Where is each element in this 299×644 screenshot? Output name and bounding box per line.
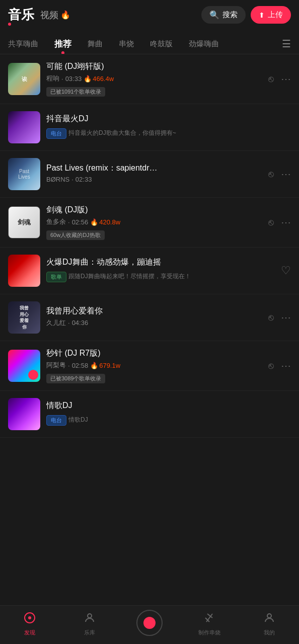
- song-meta: 歌单 跟随DJ舞曲嗨起来吧！尽情摇摆，享受现在！: [46, 270, 275, 282]
- tab-dance[interactable]: 舞曲: [80, 35, 111, 53]
- song-title[interactable]: 剑魂 (DJ版): [46, 205, 262, 215]
- nav-item-discover[interactable]: 发现: [0, 612, 60, 636]
- station-badge: 电台: [46, 128, 66, 139]
- list-item: 秒针 (DJ R7版) 阿梨粤 · 02:58 🔥 679.1w 已被3089个…: [0, 341, 299, 391]
- header: 音乐 视频 🔥 🔍 搜索 ⬆ 上传: [0, 0, 299, 30]
- like-icon[interactable]: ♡: [281, 264, 291, 277]
- song-title[interactable]: 情歌DJ: [46, 400, 291, 411]
- tab-share[interactable]: 共享嗨曲: [0, 35, 46, 53]
- list-item: 情歌DJ 电台 情歌DJ: [0, 391, 299, 438]
- tab-boom[interactable]: 劲爆嗨曲: [181, 35, 227, 53]
- mine-icon: [263, 612, 275, 627]
- header-right: 🔍 搜索 ⬆ 上传: [201, 6, 291, 24]
- more-icon[interactable]: ⋯: [281, 216, 291, 228]
- tab-mashup[interactable]: 串烧: [111, 35, 142, 53]
- nav-item-make[interactable]: 制作串烧: [179, 612, 239, 636]
- upload-button[interactable]: ⬆ 上传: [251, 6, 291, 24]
- song-cover[interactable]: PastLives: [8, 158, 40, 190]
- song-badge: 已被3089个歌单收录: [46, 374, 105, 383]
- song-title[interactable]: Past Lives (remix：sapientdr…: [46, 163, 262, 174]
- share-icon[interactable]: ⎋: [268, 169, 274, 180]
- discover-icon: [24, 612, 36, 627]
- nav-label-mine: 我的: [264, 629, 275, 636]
- share-icon[interactable]: ⎋: [268, 74, 274, 85]
- song-cover[interactable]: [8, 398, 40, 430]
- song-title[interactable]: 火爆DJ舞曲：动感劲爆，蹦迪摇: [46, 257, 275, 268]
- song-info: Past Lives (remix：sapientdr… BØRNS · 02:…: [46, 163, 262, 185]
- more-icon[interactable]: ⋯: [281, 168, 291, 180]
- fire-icon: 🔥: [60, 10, 70, 20]
- play-center-button[interactable]: [136, 610, 163, 636]
- library-icon: [84, 612, 96, 627]
- more-icon[interactable]: ⋯: [281, 73, 291, 85]
- list-item: 剑魂 剑魂 (DJ版) 鱼多余 · 02:56 🔥 420.8w 60w人收藏的…: [0, 198, 299, 248]
- song-cover[interactable]: 我曾用心爱着你: [8, 301, 40, 334]
- song-meta: 电台 情歌DJ: [46, 413, 291, 426]
- song-badge: 60w人收藏的DJ热歌: [46, 230, 105, 240]
- cover-label: 我曾用心爱着你: [20, 305, 29, 330]
- hot-count: 🔥 420.8w: [90, 218, 120, 226]
- song-actions: ⎋ ⋯: [268, 360, 291, 372]
- song-meta: 阿梨粤 · 02:58 🔥 679.1w: [46, 361, 262, 370]
- upload-icon: ⬆: [259, 11, 265, 19]
- center-dot: [143, 617, 156, 629]
- cover-label: 剑魂: [18, 218, 31, 227]
- song-cover[interactable]: [8, 350, 40, 382]
- tab-recommend[interactable]: 推荐: [46, 34, 80, 54]
- song-cover[interactable]: 剑魂: [8, 206, 40, 238]
- title-dot: [8, 23, 11, 26]
- song-info: 情歌DJ 电台 情歌DJ: [46, 400, 291, 428]
- header-left: 音乐 视频 🔥: [8, 6, 201, 24]
- song-cover[interactable]: [8, 255, 40, 287]
- song-title[interactable]: 抖音最火DJ: [46, 114, 291, 124]
- share-icon[interactable]: ⎋: [268, 217, 274, 228]
- song-actions: ♡: [281, 264, 291, 277]
- nav-item-mine[interactable]: 我的: [239, 612, 299, 636]
- svg-point-1: [28, 616, 31, 619]
- video-tab[interactable]: 视频 🔥: [40, 9, 70, 21]
- list-item: 火爆DJ舞曲：动感劲爆，蹦迪摇 歌单 跟随DJ舞曲嗨起来吧！尽情摇摆，享受现在！…: [0, 248, 299, 294]
- nav-center[interactable]: [120, 610, 180, 638]
- nav-label-discover: 发现: [24, 629, 35, 636]
- cover-badge: [28, 370, 38, 380]
- bottom-nav: 发现 乐库 制作串烧 我的: [0, 605, 299, 644]
- song-info: 抖音最火DJ 电台 抖音最火的DJ歌曲大集合，你值得拥有~: [46, 114, 291, 141]
- station-badge: 电台: [46, 415, 66, 426]
- nav-label-make: 制作串烧: [198, 629, 220, 636]
- make-icon: [203, 612, 215, 627]
- song-actions: ⎋ ⋯: [268, 168, 291, 180]
- song-cover[interactable]: [8, 111, 40, 143]
- hot-count: 🔥 466.4w: [84, 75, 114, 83]
- song-title[interactable]: 可能 (DJ翊轩版): [46, 61, 262, 72]
- song-title[interactable]: 我曾用心爱着你: [46, 306, 262, 316]
- song-badge: 已被1091个歌单收录: [46, 87, 105, 97]
- svg-point-2: [88, 614, 92, 618]
- song-actions: ⎋ ⋯: [268, 216, 291, 228]
- search-button[interactable]: 🔍 搜索: [201, 6, 246, 24]
- song-actions: ⎋ ⋯: [268, 311, 291, 324]
- nav-item-library[interactable]: 乐库: [60, 612, 120, 636]
- song-info: 火爆DJ舞曲：动感劲爆，蹦迪摇 歌单 跟随DJ舞曲嗨起来吧！尽情摇摆，享受现在！: [46, 257, 275, 284]
- more-icon[interactable]: ⋯: [281, 360, 291, 372]
- song-info: 我曾用心爱着你 久儿红 · 04:36: [46, 306, 262, 330]
- nav-label-library: 乐库: [84, 629, 95, 636]
- search-icon: 🔍: [209, 10, 219, 20]
- song-title[interactable]: 秒针 (DJ R7版): [46, 348, 262, 359]
- song-list: 诶 可能 (DJ翊轩版) 程响 · 03:33 🔥 466.4w 已被1091个…: [0, 54, 299, 478]
- song-cover[interactable]: 诶: [8, 63, 40, 95]
- more-icon[interactable]: ⋯: [281, 311, 291, 324]
- song-meta: BØRNS · 02:33: [46, 176, 262, 183]
- song-info: 可能 (DJ翊轩版) 程响 · 03:33 🔥 466.4w 已被1091个歌单…: [46, 61, 262, 97]
- app-title: 音乐: [8, 6, 34, 24]
- tab-drums[interactable]: 咚鼓版: [142, 35, 181, 53]
- song-meta: 鱼多余 · 02:56 🔥 420.8w: [46, 217, 262, 226]
- share-icon[interactable]: ⎋: [268, 312, 274, 323]
- svg-point-3: [267, 614, 271, 618]
- nav-more-icon[interactable]: ☰: [274, 34, 299, 54]
- nav-tabs: 共享嗨曲 推荐 舞曲 串烧 咚鼓版 劲爆嗨曲 ☰: [0, 30, 299, 54]
- share-icon[interactable]: ⎋: [268, 361, 274, 371]
- song-meta: 程响 · 03:33 🔥 466.4w: [46, 74, 262, 83]
- song-actions: ⎋ ⋯: [268, 73, 291, 85]
- list-item: 抖音最火DJ 电台 抖音最火的DJ歌曲大集合，你值得拥有~: [0, 104, 299, 151]
- cover-label: 诶: [22, 75, 27, 83]
